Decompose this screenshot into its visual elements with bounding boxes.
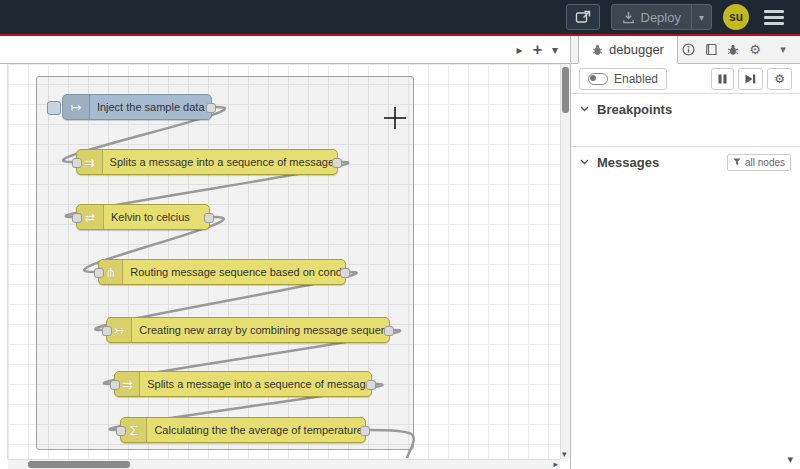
debugger-tab-icon <box>592 44 603 56</box>
add-flow-button[interactable]: + <box>533 42 542 58</box>
debugger-header-button[interactable] <box>566 4 600 30</box>
node-output-port[interactable] <box>206 103 216 113</box>
enabled-toggle-button[interactable]: Enabled <box>579 68 667 90</box>
node-input-port[interactable] <box>72 158 82 168</box>
node-input-port[interactable] <box>110 380 120 390</box>
config-tab-button[interactable]: ⚙ <box>744 42 766 57</box>
main-menu-button[interactable] <box>760 6 788 29</box>
vertical-scroll-thumb[interactable] <box>562 67 569 113</box>
sidebar-tabs-menu-button[interactable]: ▾ <box>772 43 794 56</box>
debugger-toolbar: Enabled ⚙ <box>571 64 800 94</box>
crosshair-cursor <box>382 105 408 131</box>
enabled-label: Enabled <box>614 72 658 86</box>
node-label: Inject the sample data <box>90 101 211 113</box>
deploy-label: Deploy <box>641 10 681 25</box>
node-label: Splits a message into a sequence of mess… <box>140 378 371 390</box>
node-output-port[interactable] <box>332 158 342 168</box>
debugger-settings-button[interactable]: ⚙ <box>767 68 792 90</box>
canvas-vertical-scrollbar[interactable]: ▾ <box>560 64 570 459</box>
flow-node-function[interactable]: ΣCalculating the the average of temperat… <box>120 417 366 443</box>
sidebar-collapse-caret[interactable]: ▾ <box>787 453 793 466</box>
flow-canvas[interactable]: ↦Inject the sample data⇉Splits a message… <box>8 64 560 459</box>
workspace: ▸ + ▾ ↦Inject the sample data⇉Splits a m… <box>0 36 570 469</box>
inject-icon: ↦ <box>63 95 90 119</box>
node-label: Kelvin to celcius <box>104 211 197 223</box>
deploy-icon <box>622 11 635 24</box>
filter-funnel-icon <box>733 158 741 166</box>
flow-tabbar: ▸ + ▾ <box>0 36 570 64</box>
pause-icon <box>718 74 727 84</box>
messages-section: Messages all nodes <box>571 147 800 377</box>
hamburger-icon <box>764 10 784 13</box>
debug-tab-button[interactable] <box>722 44 744 56</box>
help-tab-button[interactable] <box>700 43 722 56</box>
node-output-port[interactable] <box>340 268 350 278</box>
info-icon <box>682 43 695 56</box>
step-forward-icon <box>745 74 756 84</box>
flow-node-join[interactable]: ↣Creating new array by combining message… <box>106 317 390 343</box>
node-output-port[interactable] <box>384 326 394 336</box>
flow-monitor-icon <box>575 10 591 24</box>
deploy-button[interactable]: Deploy ▾ <box>611 4 713 30</box>
pause-button[interactable] <box>711 68 734 90</box>
node-label: Calculating the the average of temperatu… <box>147 424 365 436</box>
node-label: Splits a message into a sequence of mess… <box>103 156 337 168</box>
node-input-port[interactable] <box>116 426 126 436</box>
chevron-down-icon <box>580 106 589 112</box>
inject-run-button[interactable] <box>47 101 61 115</box>
step-button[interactable] <box>738 68 763 90</box>
header: Deploy ▾ su <box>0 0 800 34</box>
book-icon <box>705 43 717 56</box>
all-nodes-filter-button[interactable]: all nodes <box>727 154 791 171</box>
node-output-port[interactable] <box>360 426 370 436</box>
breakpoints-section-header[interactable]: Breakpoints <box>571 94 800 124</box>
sidebar: debugger <box>570 36 800 469</box>
tab-debugger[interactable]: debugger <box>578 36 678 64</box>
chevron-down-icon <box>580 159 589 165</box>
flow-node-split[interactable]: ⇉Splits a message into a sequence of mes… <box>76 149 338 175</box>
canvas-horizontal-scrollbar[interactable]: ▸ <box>8 459 560 469</box>
breakpoints-label: Breakpoints <box>597 102 672 117</box>
main-content: ▸ + ▾ ↦Inject the sample data⇉Splits a m… <box>0 34 800 469</box>
toggle-on-icon <box>588 73 608 85</box>
node-label: Routing message sequence based on condit… <box>123 266 345 278</box>
flow-list-button[interactable]: ▾ <box>552 44 558 56</box>
palette-collapsed-strip <box>0 64 8 459</box>
horizontal-scroll-thumb[interactable] <box>28 461 130 468</box>
messages-section-header[interactable]: Messages all nodes <box>571 147 800 177</box>
scroll-right-icon[interactable]: ▸ <box>553 459 558 469</box>
node-input-port[interactable] <box>72 213 82 223</box>
flow-node-change[interactable]: ⇄Kelvin to celcius <box>76 204 210 230</box>
node-output-port[interactable] <box>204 213 214 223</box>
info-tab-button[interactable] <box>678 43 700 56</box>
node-label: Creating new array by combining message … <box>132 324 389 336</box>
flow-node-switch[interactable]: ⋔Routing message sequence based on condi… <box>98 259 346 285</box>
tab-scroll-right-button[interactable]: ▸ <box>517 44 523 56</box>
flow-node-split[interactable]: ⇉Splits a message into a sequence of mes… <box>114 371 372 397</box>
messages-list <box>571 177 800 377</box>
sidebar-tabbar: debugger <box>571 36 800 64</box>
breakpoints-list <box>571 124 800 147</box>
debugger-tab-label: debugger <box>609 42 664 57</box>
flow-node-inject[interactable]: ↦Inject the sample data <box>62 94 212 120</box>
messages-label: Messages <box>597 155 659 170</box>
scroll-down-icon[interactable]: ▾ <box>562 449 567 459</box>
node-input-port[interactable] <box>94 268 104 278</box>
bug-icon <box>727 44 739 56</box>
all-nodes-label: all nodes <box>745 157 785 168</box>
deploy-options-button[interactable]: ▾ <box>691 5 711 29</box>
breakpoints-section: Breakpoints <box>571 94 800 147</box>
node-output-port[interactable] <box>366 380 376 390</box>
user-avatar[interactable]: su <box>723 4 749 30</box>
node-input-port[interactable] <box>102 326 112 336</box>
nodes-layer: ↦Inject the sample data⇉Splits a message… <box>8 64 560 459</box>
